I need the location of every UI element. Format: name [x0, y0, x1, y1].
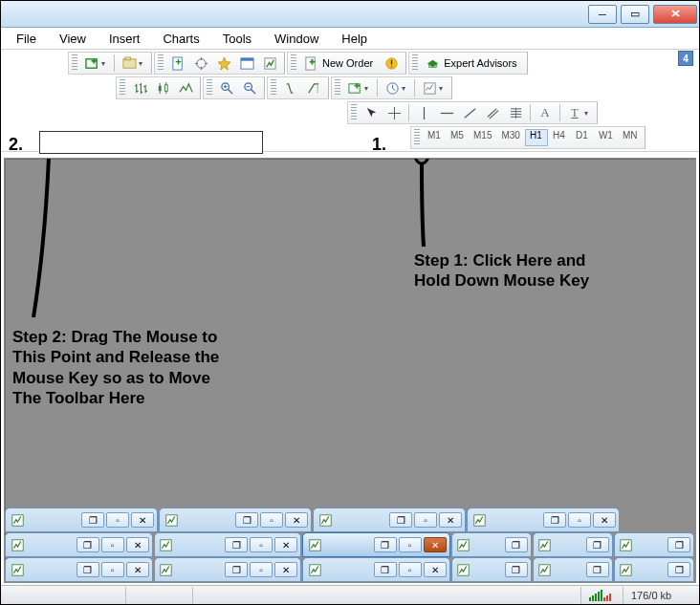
menu-window[interactable]: Window	[263, 30, 330, 48]
message-counter[interactable]: 4	[678, 51, 693, 66]
fibonacci-button[interactable]	[504, 103, 527, 122]
restore-down-button[interactable]: ❐	[667, 562, 690, 577]
close-doc-button[interactable]: ✕	[126, 562, 149, 577]
grip-handle-icon[interactable]	[351, 104, 357, 121]
mdi-doc-window[interactable]: ❐▫✕	[5, 508, 158, 532]
restore-down-button[interactable]: ❐	[586, 562, 609, 577]
close-doc-button[interactable]: ✕	[439, 512, 462, 528]
horizontal-line-button[interactable]	[435, 103, 458, 122]
close-doc-button[interactable]: ✕	[131, 512, 154, 528]
restore-down-button[interactable]: ❐	[374, 562, 397, 577]
zoom-out-button[interactable]	[238, 78, 261, 97]
mdi-doc-window[interactable]: ❐▫✕	[154, 557, 302, 582]
strategy-tester-button[interactable]	[258, 54, 281, 73]
new-chart-button[interactable]: ▾	[80, 54, 111, 73]
period-h4-button[interactable]: H4	[548, 129, 571, 146]
market-watch-button[interactable]	[166, 54, 189, 73]
channel-button[interactable]	[481, 103, 504, 122]
maximize-doc-button[interactable]: ▫	[250, 537, 273, 552]
cursor-button[interactable]	[360, 103, 383, 122]
maximize-doc-button[interactable]: ▫	[414, 512, 437, 528]
text-button[interactable]: A	[534, 103, 557, 122]
periods-button[interactable]: ▾	[381, 78, 411, 97]
maximize-doc-button[interactable]: ▫	[399, 537, 422, 552]
grip-handle-icon[interactable]	[207, 79, 212, 97]
grip-handle-icon[interactable]	[271, 79, 276, 97]
restore-down-button[interactable]: ❐	[586, 537, 609, 552]
menu-view[interactable]: View	[48, 30, 98, 48]
line-chart-button[interactable]	[174, 78, 197, 97]
period-w1-button[interactable]: W1	[594, 129, 618, 146]
maximize-doc-button[interactable]: ▫	[260, 512, 283, 528]
grip-handle-icon[interactable]	[291, 54, 296, 72]
restore-down-button[interactable]: ❐	[389, 512, 412, 528]
candle-chart-button[interactable]	[151, 78, 174, 97]
menu-tools[interactable]: Tools	[211, 30, 263, 48]
maximize-button[interactable]: ▭	[621, 5, 649, 24]
restore-down-button[interactable]: ❐	[667, 537, 690, 552]
profiles-button[interactable]: ▾	[118, 54, 148, 73]
maximize-doc-button[interactable]: ▫	[106, 512, 129, 528]
mdi-doc-window[interactable]: ❐▫✕	[154, 532, 302, 557]
menu-help[interactable]: Help	[330, 30, 379, 48]
navigator-button[interactable]	[189, 54, 212, 73]
bar-chart-button[interactable]	[128, 78, 151, 97]
expert-advisors-button[interactable]: Expert Advisors	[421, 54, 523, 73]
mdi-doc-window[interactable]: ❐▫✕	[5, 532, 153, 557]
restore-down-button[interactable]: ❐	[77, 562, 99, 577]
connection-indicator[interactable]	[580, 587, 623, 604]
period-m1-button[interactable]: M1	[423, 129, 446, 146]
text-label-button[interactable]: T ▾	[563, 103, 594, 122]
minimize-button[interactable]: ─	[588, 5, 617, 24]
maximize-doc-button[interactable]: ▫	[399, 562, 422, 577]
close-doc-button[interactable]: ✕	[274, 562, 297, 577]
menu-insert[interactable]: Insert	[98, 30, 152, 48]
close-doc-button[interactable]: ✕	[285, 512, 308, 528]
mdi-doc-window[interactable]: ❐	[451, 532, 532, 557]
templates-button[interactable]: ▾	[418, 78, 448, 97]
close-doc-button[interactable]: ✕	[424, 537, 447, 552]
mdi-doc-window[interactable]: ❐	[533, 532, 613, 557]
period-m30-button[interactable]: M30	[496, 129, 524, 146]
period-h1-button[interactable]: H1	[525, 129, 548, 146]
mdi-doc-window[interactable]: ❐▫✕	[302, 532, 450, 557]
close-doc-button[interactable]: ✕	[274, 537, 297, 552]
restore-down-button[interactable]: ❐	[81, 512, 104, 528]
restore-down-button[interactable]: ❐	[235, 512, 258, 528]
close-doc-button[interactable]: ✕	[424, 562, 447, 577]
grip-handle-icon[interactable]	[335, 79, 340, 97]
mdi-doc-window[interactable]: ❐▫✕	[302, 557, 450, 582]
mdi-doc-window[interactable]: ❐▫✕	[5, 557, 153, 582]
maximize-doc-button[interactable]: ▫	[250, 562, 273, 577]
close-doc-button[interactable]: ✕	[593, 512, 616, 528]
indicator-list-button[interactable]: ▾	[343, 78, 374, 97]
zoom-in-button[interactable]	[215, 78, 238, 97]
restore-down-button[interactable]: ❐	[225, 537, 248, 552]
close-doc-button[interactable]: ✕	[126, 537, 149, 552]
period-d1-button[interactable]: D1	[571, 129, 594, 146]
period-mn-button[interactable]: MN	[618, 129, 643, 146]
trendline-button[interactable]	[458, 103, 481, 122]
crosshair-button[interactable]	[383, 103, 405, 122]
close-button[interactable]: ✕	[653, 5, 697, 24]
period-m15-button[interactable]: M15	[469, 129, 496, 146]
terminal-button[interactable]	[235, 54, 258, 73]
periods-grip-handle[interactable]	[414, 129, 420, 146]
mdi-doc-window[interactable]: ❐▫✕	[313, 508, 466, 532]
vertical-line-button[interactable]	[412, 103, 435, 122]
grip-handle-icon[interactable]	[412, 54, 418, 72]
menu-charts[interactable]: Charts	[151, 30, 210, 48]
restore-down-button[interactable]: ❐	[225, 562, 248, 577]
autotrade-button[interactable]	[380, 54, 403, 73]
scroll-chart-button[interactable]	[279, 78, 302, 97]
menu-file[interactable]: File	[5, 30, 48, 48]
mdi-doc-window[interactable]: ❐	[614, 532, 694, 557]
new-order-button[interactable]: New Order	[299, 54, 380, 73]
grip-handle-icon[interactable]	[72, 54, 77, 72]
mdi-doc-window[interactable]: ❐▫✕	[467, 508, 620, 532]
mdi-doc-window[interactable]: ❐	[533, 557, 613, 582]
mdi-doc-window[interactable]: ❐▫✕	[159, 508, 312, 532]
restore-down-button[interactable]: ❐	[374, 537, 397, 552]
mdi-doc-window[interactable]: ❐	[451, 557, 532, 582]
maximize-doc-button[interactable]: ▫	[568, 512, 591, 528]
